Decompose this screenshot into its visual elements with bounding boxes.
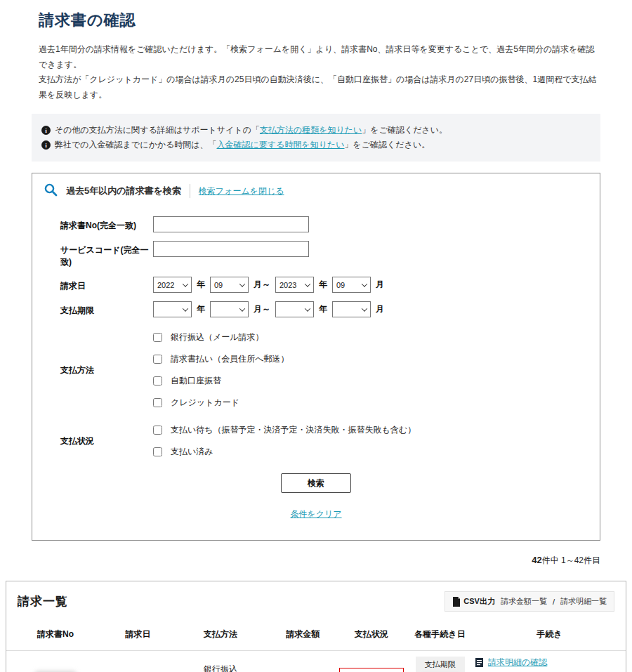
clear-conditions-link[interactable]: 条件をクリア [290,509,341,519]
invoice-detail-link[interactable]: 請求明細の確認 [488,657,547,668]
unit-month: 月 [376,279,384,291]
chevron-down-icon [183,281,188,286]
close-search-form-link[interactable]: 検索フォームを閉じる [199,185,284,197]
paid-checkbox[interactable] [153,447,162,456]
invoice-mail-checkbox[interactable] [153,355,162,364]
invoice-table: 請求書No 請求日 支払方法 請求金額 支払状況 各種手続き日 手続き 23/0… [6,621,626,672]
credit-card-checkbox[interactable] [153,398,162,407]
payment-method-option[interactable]: 請求書払い（会員住所へ郵送） [153,353,289,365]
invoice-list-panel: 請求一覧 CSV出力 請求金額一覧 / 請求明細一覧 請求書No 請求日 支払方… [6,581,626,672]
search-button[interactable]: 検索 [281,473,351,493]
chevron-down-icon [362,281,367,286]
payment-method-option[interactable]: 自動口座振替 [153,375,289,387]
chevron-down-icon [305,281,310,286]
unit-year: 年 [319,303,327,315]
col-header-actions: 手続き [473,621,626,651]
invoice-date-from-year-select[interactable]: 2022 [153,277,192,293]
col-header-amount: 請求金額 [270,621,336,651]
payment-type-help-link[interactable]: 支払方法の種類を知りたい [260,125,362,135]
invoice-no-input[interactable] [153,216,309,232]
notice-line: i 弊社での入金確認までにかかる時間は、「入金確認に要する時間を知りたい」をご確… [41,139,591,151]
payment-method-cell: 銀行振込 （メール請求） [171,651,270,672]
chevron-down-icon [362,305,367,311]
csv-export-box: CSV出力 請求金額一覧 / 請求明細一覧 [445,591,614,612]
col-header-procedure-date: 各種手続き日 [407,621,473,651]
invoice-no-label: 請求書No(完全一致) [60,216,153,232]
csv-export-label: CSV出力 [452,596,495,607]
payment-method-option[interactable]: 銀行振込（メール請求） [153,331,289,343]
bank-transfer-checkbox[interactable] [153,333,162,342]
invoice-detail-icon [475,658,484,668]
intro-line-2: 支払方法が「クレジットカード」の場合は請求月の25日頃の自動決済後に、「自動口座… [39,72,600,103]
search-form-title: 過去5年以内の請求書を検索 [66,185,181,197]
status-badge: 支払い待ち [339,668,404,672]
unit-month-range: 月～ [254,303,270,315]
search-icon [44,183,58,199]
file-icon [452,597,461,607]
search-panel: 過去5年以内の請求書を検索 検索フォームを閉じる 請求書No(完全一致) サービ… [32,173,600,541]
actions-cell: 請求明細の確認 請求書の印刷 クレジットで即時決済 [473,651,626,672]
col-header-payment-method: 支払方法 [171,621,270,651]
page-title: 請求書の確認 [39,10,600,31]
due-date-from-month-select[interactable] [210,301,249,317]
payment-status-option[interactable]: 支払い済み [153,446,416,458]
due-date-from-year-select[interactable] [153,301,192,317]
amount-cell: 1,571円 [270,651,336,672]
notice-text: 弊社での入金確認までにかかる時間は、「入金確認に要する時間を知りたい」をご確認く… [55,139,430,151]
auto-debit-checkbox[interactable] [153,376,162,386]
payment-method-label: 支払方法 [60,364,153,376]
invoice-list-title: 請求一覧 [18,593,68,610]
notice-text: その他の支払方法に関する詳細はサポートサイトの「支払方法の種類を知りたい」をご確… [55,124,447,136]
due-date-to-year-select[interactable] [275,301,314,317]
result-count: 42件中 1～42件目 [32,555,600,567]
csv-separator: / [553,598,555,606]
col-header-invoice-no: 請求書No [6,621,105,651]
invoice-date-label: 請求日 [60,277,153,293]
invoice-date-cell: 23/09/04 [105,651,171,672]
payment-status-option[interactable]: 支払い待ち（振替予定・決済予定・決済失敗・振替失敗も含む） [153,424,416,436]
unit-month: 月 [376,303,384,315]
chevron-down-icon [305,305,310,311]
invoice-date-to-month-select[interactable]: 09 [332,277,371,293]
payment-method-option[interactable]: クレジットカード [153,397,289,409]
due-date-to-month-select[interactable] [332,301,371,317]
divider [190,184,190,198]
unit-year: 年 [319,279,327,291]
intro-line-1: 過去1年間分の請求情報をご確認いただけます。「検索フォームを開く」より、請求書N… [39,42,600,72]
unit-month-range: 月～ [254,279,270,291]
chevron-down-icon [239,281,245,286]
table-row: 23/09/04 銀行振込 （メール請求） 1,571円 支払い待ち 支払期限 … [6,651,626,672]
col-header-status: 支払状況 [336,621,407,651]
awaiting-payment-checkbox[interactable] [153,426,162,435]
invoice-date-from-month-select[interactable]: 09 [210,277,249,293]
notice-line: i その他の支払方法に関する詳細はサポートサイトの「支払方法の種類を知りたい」を… [41,124,591,136]
service-code-label: サービスコード(完全一致) [60,241,153,268]
unit-year: 年 [197,279,205,291]
due-date-label: 支払期限 [60,301,153,317]
deposit-time-help-link[interactable]: 入金確認に要する時間を知りたい [217,140,345,150]
csv-amount-list-link[interactable]: 請求金額一覧 [501,596,547,607]
unit-year: 年 [197,303,205,315]
col-header-invoice-date: 請求日 [105,621,171,651]
chevron-down-icon [183,305,188,311]
payment-status-label: 支払状況 [60,435,153,447]
chevron-down-icon [239,305,245,311]
info-icon: i [41,140,51,150]
invoice-date-to-year-select[interactable]: 2023 [275,277,314,293]
notice-box: i その他の支払方法に関する詳細はサポートサイトの「支払方法の種類を知りたい」を… [32,114,600,162]
procedure-date-cell: 支払期限 [407,651,473,672]
csv-detail-list-link[interactable]: 請求明細一覧 [560,596,607,607]
service-code-input[interactable] [153,241,309,257]
info-icon: i [41,126,51,135]
